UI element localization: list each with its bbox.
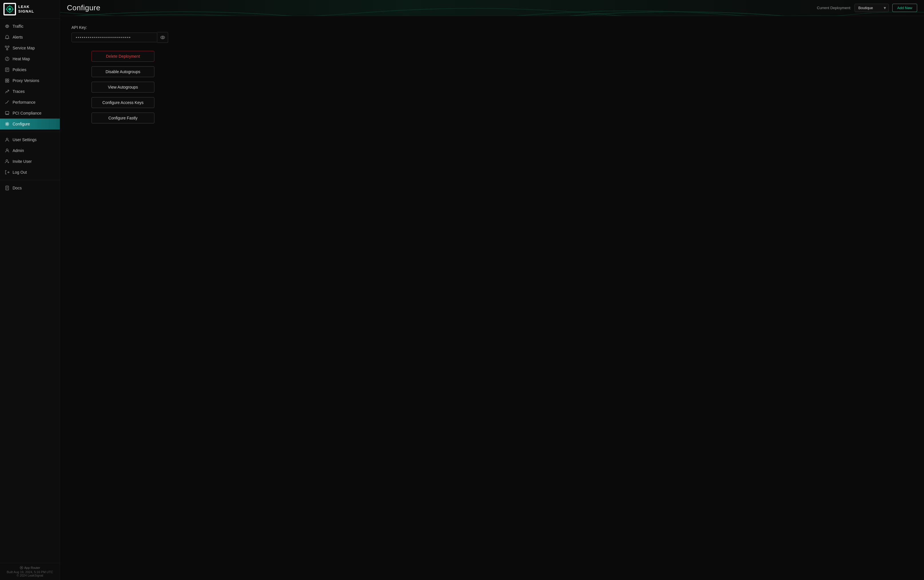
sidebar-item-performance[interactable]: Performance (0, 97, 60, 108)
svg-rect-10 (7, 49, 8, 50)
sidebar-item-user-settings-label: User Settings (13, 137, 36, 142)
svg-point-39 (21, 567, 22, 568)
proxy-versions-icon (5, 78, 10, 83)
svg-point-27 (7, 124, 8, 125)
logo-text: LEAKSIGNAL (18, 5, 34, 14)
api-key-section: API Key: (71, 25, 912, 43)
sidebar-item-service-map[interactable]: Service Map (0, 43, 60, 53)
svg-line-11 (6, 47, 7, 49)
sidebar-item-traffic[interactable]: Traffic (0, 21, 60, 32)
nav-divider-1 (0, 132, 60, 132)
toggle-api-key-visibility-button[interactable] (157, 32, 168, 43)
svg-point-2 (8, 8, 11, 11)
sidebar-item-alerts[interactable]: Alerts (0, 32, 60, 43)
sidebar-item-pci-compliance-label: PCI Compliance (13, 111, 41, 115)
header-wave (60, 0, 924, 16)
sidebar-item-configure[interactable]: Configure (0, 119, 60, 129)
svg-rect-19 (7, 79, 9, 80)
sidebar-item-user-settings[interactable]: User Settings (0, 134, 60, 145)
deployment-wrapper: Boutique ▾ (855, 4, 889, 12)
svg-rect-21 (7, 81, 9, 82)
svg-rect-8 (5, 46, 7, 47)
sidebar-item-pci-compliance[interactable]: PCI Compliance (0, 108, 60, 119)
app-router-label: App Router (24, 566, 40, 569)
policies-icon (5, 67, 10, 72)
nav-items: Traffic Alerts Se (0, 18, 60, 563)
sidebar-item-heat-map-label: Heat Map (13, 56, 30, 61)
add-new-button[interactable]: Add New (892, 4, 917, 12)
sidebar-item-docs[interactable]: Docs (0, 183, 60, 193)
svg-point-30 (6, 160, 8, 161)
pci-icon (5, 110, 10, 116)
page-title: Configure (67, 3, 101, 12)
sidebar-item-heat-map[interactable]: Heat Map (0, 53, 60, 64)
traffic-icon (5, 24, 10, 29)
sidebar-item-alerts-label: Alerts (13, 35, 23, 40)
header-right: Current Deployment: Boutique ▾ Add New (817, 4, 917, 12)
sidebar-item-performance-label: Performance (13, 100, 35, 105)
app-router-icon (20, 566, 23, 569)
svg-point-28 (6, 138, 8, 140)
sidebar-item-admin[interactable]: Admin (0, 145, 60, 156)
sidebar-item-configure-label: Configure (13, 122, 30, 126)
configure-fastly-button[interactable]: Configure Fastly (91, 112, 154, 124)
invite-user-icon (5, 159, 10, 164)
configure-content: API Key: Delete Deployment Disable Autog… (60, 16, 924, 580)
copyright: © 2024 LeakSignal (4, 574, 56, 577)
deployment-select[interactable]: Boutique (855, 4, 889, 12)
sidebar-item-invite-user[interactable]: Invite User (0, 156, 60, 167)
delete-deployment-button[interactable]: Delete Deployment (91, 51, 154, 62)
disable-autogroups-button[interactable]: Disable Autogroups (91, 66, 154, 77)
sidebar-item-invite-user-label: Invite User (13, 159, 32, 164)
svg-point-7 (7, 26, 8, 27)
api-key-label: API Key: (71, 25, 912, 30)
api-key-input-row (71, 32, 174, 43)
view-autogroups-button[interactable]: View Autogroups (91, 82, 154, 92)
sidebar-item-proxy-versions-label: Proxy Versions (13, 78, 39, 83)
svg-point-29 (6, 149, 8, 151)
docs-icon (5, 185, 10, 191)
traces-icon (5, 89, 10, 94)
sidebar-item-traffic-label: Traffic (13, 24, 23, 28)
header: Configure Current Deployment: Boutique ▾… (60, 0, 924, 16)
sidebar-footer: App Router Built Aug 19, 2024, 5:16 PM U… (0, 563, 60, 580)
log-out-icon (5, 170, 10, 175)
svg-point-41 (161, 36, 165, 39)
eye-icon (160, 35, 165, 40)
sidebar-item-proxy-versions[interactable]: Proxy Versions (0, 75, 60, 86)
svg-rect-20 (5, 81, 7, 82)
actions-column: Delete Deployment Disable Autogroups Vie… (71, 51, 174, 124)
configure-icon (5, 122, 10, 127)
svg-rect-18 (5, 79, 7, 80)
deployment-label: Current Deployment: (817, 6, 851, 10)
sidebar-item-policies[interactable]: Policies (0, 64, 60, 75)
app-router-info: App Router (4, 566, 56, 569)
sidebar-item-traces[interactable]: Traces (0, 86, 60, 97)
alerts-icon (5, 35, 10, 40)
performance-icon (5, 100, 10, 105)
logo-icon (3, 3, 16, 15)
svg-rect-9 (8, 46, 9, 47)
configure-access-keys-button[interactable]: Configure Access Keys (91, 97, 154, 108)
sidebar-item-policies-label: Policies (13, 68, 26, 72)
svg-line-12 (7, 47, 8, 49)
sidebar: LEAKSIGNAL Traffic Alerts (0, 0, 60, 580)
sidebar-item-admin-label: Admin (13, 148, 24, 153)
nav-divider-2 (0, 180, 60, 180)
admin-icon (5, 148, 10, 153)
heat-map-icon (5, 56, 10, 61)
service-map-icon (5, 45, 10, 51)
sidebar-item-traces-label: Traces (13, 89, 25, 94)
svg-rect-40 (60, 0, 924, 16)
api-key-input[interactable] (71, 33, 157, 42)
main-area: Configure Current Deployment: Boutique ▾… (60, 0, 924, 580)
svg-rect-23 (5, 111, 9, 114)
build-info: Built Aug 19, 2024, 5:16 PM UTC (4, 570, 56, 574)
svg-marker-22 (8, 90, 9, 91)
sidebar-item-service-map-label: Service Map (13, 46, 35, 50)
logo-area: LEAKSIGNAL (0, 0, 60, 18)
sidebar-item-log-out-label: Log Out (13, 170, 27, 175)
user-settings-icon (5, 137, 10, 142)
svg-point-42 (162, 37, 163, 38)
sidebar-item-log-out[interactable]: Log Out (0, 167, 60, 178)
